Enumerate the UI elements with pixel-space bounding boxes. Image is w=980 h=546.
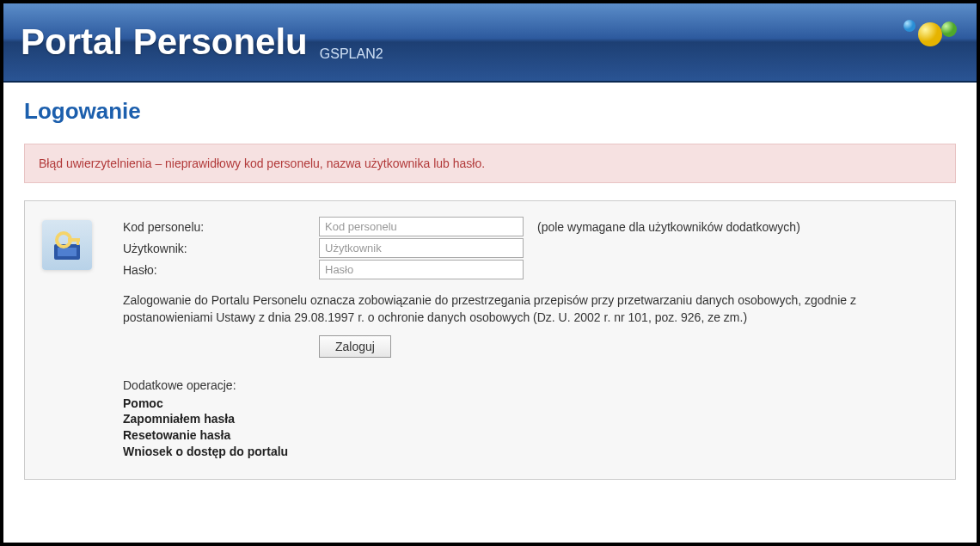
additional-ops-list: Pomoc Zapomniałem hasła Resetowanie hasł… — [123, 396, 938, 461]
logo-icon — [897, 14, 959, 52]
app-title: Portal Personelu — [21, 21, 308, 63]
user-label: Użytkownik: — [123, 242, 319, 255]
login-button[interactable]: Zaloguj — [319, 335, 391, 358]
page-title: Logowanie — [24, 98, 956, 125]
error-message: Błąd uwierzytelnienia – nieprawidłowy ko… — [39, 156, 485, 170]
svg-rect-4 — [58, 248, 77, 256]
user-input[interactable] — [319, 238, 524, 258]
login-panel: Kod personelu: (pole wymagane dla użytko… — [24, 200, 956, 480]
svg-point-2 — [941, 21, 957, 37]
fields-column: Kod personelu: (pole wymagane dla użytko… — [123, 217, 938, 460]
content-area: Logowanie Błąd uwierzytelnienia – niepra… — [3, 83, 977, 500]
error-alert: Błąd uwierzytelnienia – nieprawidłowy ko… — [24, 144, 956, 183]
additional-ops-title: Dodatkowe operacje: — [123, 378, 938, 392]
key-icon — [42, 220, 92, 270]
svg-point-0 — [903, 20, 916, 32]
field-row-user: Użytkownik: — [123, 238, 938, 258]
code-hint: (pole wymagane dla użytkowników dodatkow… — [537, 220, 800, 234]
login-icon-column — [42, 217, 123, 460]
link-help[interactable]: Pomoc — [123, 396, 938, 412]
button-row: Zaloguj — [123, 335, 938, 358]
app-header: Portal Personelu GSPLAN2 — [3, 3, 977, 83]
field-row-password: Hasło: — [123, 260, 938, 279]
code-input[interactable] — [319, 217, 524, 236]
svg-rect-7 — [77, 238, 79, 245]
svg-point-1 — [918, 22, 942, 46]
link-access-request[interactable]: Wniosek o dostęp do portalu — [123, 444, 938, 460]
link-reset-password[interactable]: Resetowanie hasła — [123, 427, 938, 444]
link-forgot-password[interactable]: Zapomniałem hasła — [123, 411, 938, 427]
disclaimer-text: Zalogowanie do Portalu Personelu oznacza… — [123, 291, 938, 327]
password-input[interactable] — [319, 260, 524, 279]
field-row-code: Kod personelu: (pole wymagane dla użytko… — [123, 217, 938, 236]
app-subtitle: GSPLAN2 — [320, 46, 383, 62]
password-label: Hasło: — [123, 263, 319, 277]
code-label: Kod personelu: — [123, 220, 319, 234]
